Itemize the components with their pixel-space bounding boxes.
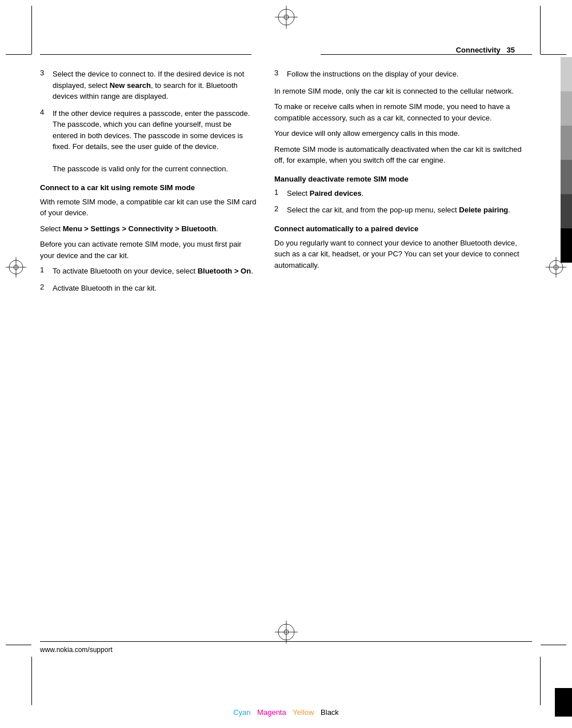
remote-sim-para-4: Remote SIM mode is automatically deactiv…	[274, 144, 532, 166]
auto-connect-para: Do you regularly want to connect your de…	[274, 238, 532, 271]
page-header: Connectivity 35	[0, 46, 572, 54]
manual-step-text-2: Select the car kit, and from the pop-up …	[287, 204, 510, 216]
side-color-bars	[561, 57, 572, 263]
header-title: Connectivity 35	[456, 46, 515, 54]
margin-line-left-bottom	[31, 657, 32, 705]
main-content: 3 Select the device to connect to. If th…	[40, 63, 532, 637]
manual-step-text-1: Select Paired devices.	[287, 188, 363, 199]
color-label-magenta	[253, 708, 255, 717]
margin-rule-top-right	[541, 54, 566, 55]
right-column: 3 Follow the instructions on the display…	[274, 63, 532, 637]
right-step-text-3: Follow the instructions on the display o…	[287, 69, 459, 80]
manual-step-1: 1 Select Paired devices.	[274, 188, 532, 199]
margin-rule-bottom-right	[541, 645, 566, 645]
right-step-num-3: 3	[274, 69, 287, 80]
list-item-3: 3 Select the device to connect to. If th…	[40, 69, 257, 102]
remote-sim-para-3: Your device will only allow emergency ca…	[274, 128, 532, 139]
reg-mark-bottom-center	[275, 621, 298, 645]
margin-rule-top-left	[6, 54, 31, 55]
color-label-gap	[289, 708, 291, 717]
left-column: 3 Select the device to connect to. If th…	[40, 63, 257, 637]
reg-mark-mid-left	[6, 257, 26, 279]
color-label-gap2	[316, 708, 318, 717]
car-kit-menu: Select Menu > Settings > Connectivity > …	[40, 223, 257, 235]
section-heading-manual: Manually deactivate remote SIM mode	[274, 174, 532, 184]
car-kit-step-num-2: 2	[40, 283, 53, 294]
car-kit-step-num-1: 1	[40, 266, 53, 277]
page: Connectivity 35 3 Select the device to c…	[0, 0, 572, 728]
color-label-magenta-text: Magenta	[257, 708, 286, 717]
color-label-black: Black	[321, 708, 339, 717]
margin-line-right-bottom	[540, 657, 541, 705]
list-text-3: Select the device to connect to. If the …	[53, 69, 257, 102]
header-rule-left	[40, 54, 251, 55]
section-heading-car-kit: Connect to a car kit using remote SIM mo…	[40, 183, 257, 193]
black-square-br	[555, 688, 572, 717]
reg-mark-top-center	[275, 6, 298, 30]
list-text-4: If the other device requires a passcode,…	[53, 108, 257, 175]
car-kit-step-text-1: To activate Bluetooth on your device, se…	[53, 266, 253, 277]
manual-step-num-1: 1	[274, 188, 287, 199]
remote-sim-para-1: In remote SIM mode, only the car kit is …	[274, 86, 532, 97]
list-item-4: 4 If the other device requires a passcod…	[40, 108, 257, 175]
car-kit-step-text-2: Activate Bluetooth in the car kit.	[53, 283, 157, 294]
car-kit-intro: With remote SIM mode, a compatible car k…	[40, 196, 257, 219]
car-kit-before: Before you can activate remote SIM mode,…	[40, 239, 257, 261]
color-labels: Cyan Magenta Yellow Black	[233, 708, 339, 717]
color-label-cyan: Cyan	[233, 708, 250, 717]
list-num-3: 3	[40, 69, 53, 102]
margin-rule-bottom-left	[6, 645, 31, 645]
section-heading-auto: Connect automatically to a paired device	[274, 224, 532, 234]
right-step-3: 3 Follow the instructions on the display…	[274, 69, 532, 80]
car-kit-step-2: 2 Activate Bluetooth in the car kit.	[40, 283, 257, 294]
remote-sim-para-2: To make or receive calls when in remote …	[274, 101, 532, 123]
color-label-yellow: Yellow	[293, 708, 314, 717]
manual-step-2: 2 Select the car kit, and from the pop-u…	[274, 204, 532, 216]
footer-url: www.nokia.com/support	[40, 646, 113, 654]
car-kit-step-1: 1 To activate Bluetooth on your device, …	[40, 266, 257, 277]
header-rule-right	[321, 54, 532, 55]
list-num-4: 4	[40, 108, 53, 175]
manual-step-num-2: 2	[274, 204, 287, 216]
